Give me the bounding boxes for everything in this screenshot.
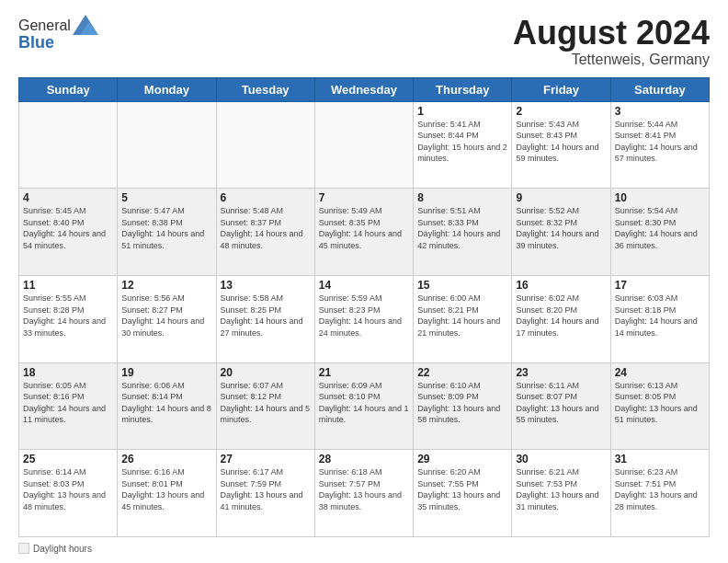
calendar-week-row: 18Sunrise: 6:05 AM Sunset: 8:16 PM Dayli… (19, 362, 710, 450)
day-number: 8 (417, 191, 507, 204)
day-number: 9 (516, 191, 606, 204)
footer: Daylight hours (18, 543, 710, 554)
title-block: August 2024 Tettenweis, Germany (513, 15, 710, 68)
table-row: 9Sunrise: 5:52 AM Sunset: 8:32 PM Daylig… (512, 189, 610, 276)
col-monday: Monday (118, 77, 216, 101)
table-row: 29Sunrise: 6:20 AM Sunset: 7:55 PM Dayli… (414, 450, 512, 537)
day-info: Sunrise: 5:44 AM Sunset: 8:41 PM Dayligh… (615, 119, 705, 165)
day-number: 11 (23, 279, 113, 292)
day-number: 15 (417, 279, 507, 292)
day-info: Sunrise: 6:13 AM Sunset: 8:05 PM Dayligh… (615, 380, 705, 426)
day-number: 5 (121, 191, 211, 204)
table-row: 1Sunrise: 5:41 AM Sunset: 8:44 PM Daylig… (414, 101, 512, 189)
table-row: 19Sunrise: 6:06 AM Sunset: 8:14 PM Dayli… (118, 362, 216, 450)
day-number: 13 (221, 279, 311, 292)
day-number: 4 (23, 191, 113, 204)
day-info: Sunrise: 5:52 AM Sunset: 8:32 PM Dayligh… (516, 205, 606, 251)
calendar-week-row: 1Sunrise: 5:41 AM Sunset: 8:44 PM Daylig… (19, 101, 710, 189)
table-row: 8Sunrise: 5:51 AM Sunset: 8:33 PM Daylig… (414, 189, 512, 276)
day-info: Sunrise: 5:59 AM Sunset: 8:23 PM Dayligh… (319, 293, 409, 339)
daylight-label: Daylight hours (33, 544, 92, 554)
day-info: Sunrise: 6:05 AM Sunset: 8:16 PM Dayligh… (23, 380, 113, 426)
col-wednesday: Wednesday (314, 77, 413, 101)
header: General Blue August 2024 Tettenweis, Ger… (18, 15, 710, 68)
location: Tettenweis, Germany (513, 52, 710, 68)
table-row: 17Sunrise: 6:03 AM Sunset: 8:18 PM Dayli… (610, 275, 709, 362)
day-info: Sunrise: 6:07 AM Sunset: 8:12 PM Dayligh… (221, 380, 311, 426)
day-number: 23 (516, 366, 606, 379)
day-info: Sunrise: 6:09 AM Sunset: 8:10 PM Dayligh… (319, 380, 409, 426)
calendar-week-row: 11Sunrise: 5:55 AM Sunset: 8:28 PM Dayli… (19, 275, 710, 362)
table-row: 6Sunrise: 5:48 AM Sunset: 8:37 PM Daylig… (216, 189, 314, 276)
calendar-table: Sunday Monday Tuesday Wednesday Thursday… (18, 77, 710, 537)
calendar-header-row: Sunday Monday Tuesday Wednesday Thursday… (19, 77, 710, 101)
day-number: 31 (615, 453, 705, 465)
day-number: 12 (121, 279, 211, 292)
day-number: 7 (319, 191, 409, 204)
day-info: Sunrise: 6:18 AM Sunset: 7:57 PM Dayligh… (319, 466, 409, 512)
table-row: 3Sunrise: 5:44 AM Sunset: 8:41 PM Daylig… (610, 101, 709, 189)
table-row: 20Sunrise: 6:07 AM Sunset: 8:12 PM Dayli… (216, 362, 314, 450)
day-info: Sunrise: 6:02 AM Sunset: 8:20 PM Dayligh… (516, 293, 606, 339)
day-info: Sunrise: 6:20 AM Sunset: 7:55 PM Dayligh… (417, 466, 507, 512)
day-info: Sunrise: 6:10 AM Sunset: 8:09 PM Dayligh… (417, 380, 507, 426)
day-number: 21 (319, 366, 409, 379)
day-number: 29 (417, 453, 507, 465)
logo-blue-text: Blue (18, 33, 98, 52)
table-row: 13Sunrise: 5:58 AM Sunset: 8:25 PM Dayli… (216, 275, 314, 362)
day-info: Sunrise: 5:55 AM Sunset: 8:28 PM Dayligh… (23, 293, 113, 339)
day-info: Sunrise: 5:54 AM Sunset: 8:30 PM Dayligh… (615, 205, 705, 251)
table-row: 26Sunrise: 6:16 AM Sunset: 8:01 PM Dayli… (118, 450, 216, 537)
logo: General Blue (18, 15, 98, 52)
day-info: Sunrise: 6:11 AM Sunset: 8:07 PM Dayligh… (516, 380, 606, 426)
table-row (314, 101, 413, 189)
day-info: Sunrise: 5:43 AM Sunset: 8:43 PM Dayligh… (516, 119, 606, 165)
table-row: 2Sunrise: 5:43 AM Sunset: 8:43 PM Daylig… (512, 101, 610, 189)
day-info: Sunrise: 5:47 AM Sunset: 8:38 PM Dayligh… (121, 205, 211, 251)
day-info: Sunrise: 6:00 AM Sunset: 8:21 PM Dayligh… (417, 293, 507, 339)
calendar-week-row: 25Sunrise: 6:14 AM Sunset: 8:03 PM Dayli… (19, 450, 710, 537)
day-info: Sunrise: 5:49 AM Sunset: 8:35 PM Dayligh… (319, 205, 409, 251)
day-number: 20 (221, 366, 311, 379)
table-row: 30Sunrise: 6:21 AM Sunset: 7:53 PM Dayli… (512, 450, 610, 537)
day-info: Sunrise: 5:58 AM Sunset: 8:25 PM Dayligh… (221, 293, 311, 339)
day-info: Sunrise: 6:14 AM Sunset: 8:03 PM Dayligh… (23, 466, 113, 512)
table-row: 27Sunrise: 6:17 AM Sunset: 7:59 PM Dayli… (216, 450, 314, 537)
table-row: 12Sunrise: 5:56 AM Sunset: 8:27 PM Dayli… (118, 275, 216, 362)
table-row: 11Sunrise: 5:55 AM Sunset: 8:28 PM Dayli… (19, 275, 118, 362)
table-row: 28Sunrise: 6:18 AM Sunset: 7:57 PM Dayli… (314, 450, 413, 537)
table-row: 7Sunrise: 5:49 AM Sunset: 8:35 PM Daylig… (314, 189, 413, 276)
day-number: 19 (121, 366, 211, 379)
day-number: 2 (516, 105, 606, 118)
day-info: Sunrise: 5:41 AM Sunset: 8:44 PM Dayligh… (417, 119, 507, 165)
table-row: 23Sunrise: 6:11 AM Sunset: 8:07 PM Dayli… (512, 362, 610, 450)
day-info: Sunrise: 5:51 AM Sunset: 8:33 PM Dayligh… (417, 205, 507, 251)
day-number: 14 (319, 279, 409, 292)
table-row (216, 101, 314, 189)
day-number: 6 (221, 191, 311, 204)
table-row: 24Sunrise: 6:13 AM Sunset: 8:05 PM Dayli… (610, 362, 709, 450)
day-info: Sunrise: 6:21 AM Sunset: 7:53 PM Dayligh… (516, 466, 606, 512)
page: General Blue August 2024 Tettenweis, Ger… (0, 0, 728, 563)
table-row (19, 101, 118, 189)
table-row: 31Sunrise: 6:23 AM Sunset: 7:51 PM Dayli… (610, 450, 709, 537)
day-number: 25 (23, 453, 113, 465)
table-row: 16Sunrise: 6:02 AM Sunset: 8:20 PM Dayli… (512, 275, 610, 362)
day-number: 3 (615, 105, 705, 118)
day-info: Sunrise: 5:45 AM Sunset: 8:40 PM Dayligh… (23, 205, 113, 251)
table-row: 5Sunrise: 5:47 AM Sunset: 8:38 PM Daylig… (118, 189, 216, 276)
calendar-week-row: 4Sunrise: 5:45 AM Sunset: 8:40 PM Daylig… (19, 189, 710, 276)
day-info: Sunrise: 6:06 AM Sunset: 8:14 PM Dayligh… (121, 380, 211, 426)
table-row (118, 101, 216, 189)
day-info: Sunrise: 6:17 AM Sunset: 7:59 PM Dayligh… (221, 466, 311, 512)
day-info: Sunrise: 5:56 AM Sunset: 8:27 PM Dayligh… (121, 293, 211, 339)
day-info: Sunrise: 5:48 AM Sunset: 8:37 PM Dayligh… (221, 205, 311, 251)
day-info: Sunrise: 6:23 AM Sunset: 7:51 PM Dayligh… (615, 466, 705, 512)
day-number: 18 (23, 366, 113, 379)
table-row: 22Sunrise: 6:10 AM Sunset: 8:09 PM Dayli… (414, 362, 512, 450)
day-info: Sunrise: 6:03 AM Sunset: 8:18 PM Dayligh… (615, 293, 705, 339)
logo-icon (73, 15, 98, 35)
col-thursday: Thursday (414, 77, 512, 101)
day-number: 22 (417, 366, 507, 379)
day-info: Sunrise: 6:16 AM Sunset: 8:01 PM Dayligh… (121, 466, 211, 512)
